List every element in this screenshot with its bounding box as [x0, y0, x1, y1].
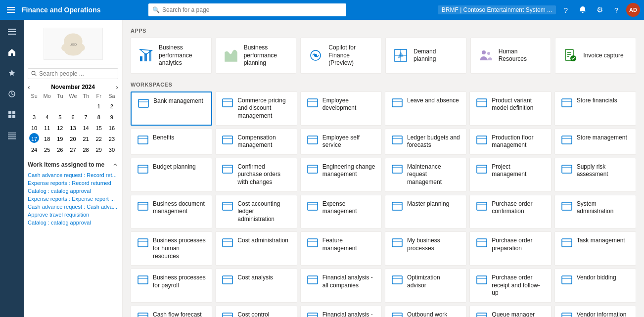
calendar-day[interactable]: 5	[55, 111, 65, 121]
workspace-card[interactable]: Compensation management	[215, 129, 297, 155]
workspace-card[interactable]: Supply risk assessment	[554, 158, 636, 192]
work-item[interactable]: Approve travel requisition	[28, 211, 118, 219]
workspace-card[interactable]: Store financials	[554, 91, 636, 126]
calendar-day[interactable]: 27	[68, 144, 78, 154]
work-item[interactable]: Expense reports : Expense report ...	[28, 195, 118, 203]
workspace-card[interactable]: Cost analysis	[215, 269, 297, 303]
workspace-card[interactable]: Bank management	[131, 91, 212, 126]
sidebar-recent-icon[interactable]	[2, 84, 22, 104]
app-card[interactable]: Business performance analytics	[131, 38, 212, 74]
calendar-day[interactable]: 20	[68, 133, 78, 143]
calendar-day[interactable]: 22	[94, 133, 104, 143]
workspace-card[interactable]: My business processes	[385, 231, 466, 266]
calendar-day[interactable]: 14	[81, 122, 91, 132]
app-card[interactable]: Business performance planning	[216, 38, 297, 74]
calendar-day[interactable]: 15	[94, 122, 104, 132]
workspace-card[interactable]: Purchase order preparation	[469, 231, 551, 266]
workspace-card[interactable]: Cost accounting ledger administration	[215, 195, 297, 229]
calendar-day[interactable]: 11	[42, 122, 52, 132]
calendar-day[interactable]: 21	[81, 133, 91, 143]
calendar-day[interactable]: 29	[94, 144, 104, 154]
calendar-day[interactable]: 19	[55, 133, 65, 143]
workspace-card[interactable]: Queue manager	[469, 306, 551, 317]
workspace-card[interactable]: Product variant model definition	[469, 91, 551, 126]
calendar-day[interactable]: 24	[29, 144, 39, 154]
workspace-card[interactable]: Feature management	[300, 231, 382, 266]
help-icon[interactable]: ?	[559, 3, 573, 17]
user-avatar[interactable]: AD	[626, 3, 640, 17]
workspace-card[interactable]: Budget planning	[131, 158, 212, 192]
workspace-card[interactable]: Engineering change management	[300, 158, 382, 192]
calendar-day[interactable]: 10	[29, 122, 39, 132]
workspace-card[interactable]: System administration	[554, 195, 636, 229]
sidebar-favorites-icon[interactable]	[2, 63, 22, 83]
work-items-collapse-icon[interactable]	[112, 162, 118, 168]
sidebar-home-icon[interactable]	[2, 43, 22, 62]
app-card[interactable]: Demand planning	[385, 38, 466, 74]
workspace-card[interactable]: Purchase order receipt and follow-up	[469, 269, 551, 303]
workspace-card[interactable]: Business document management	[131, 195, 212, 229]
workspace-card[interactable]: Task management	[554, 231, 636, 266]
app-card[interactable]: Invoice capture	[555, 38, 636, 74]
workspace-card[interactable]: Purchase order confirmation	[469, 195, 551, 229]
workspace-card[interactable]: Cost administration	[215, 231, 297, 266]
search-people[interactable]	[28, 68, 118, 79]
global-search[interactable]: 🔍	[148, 3, 346, 16]
work-item[interactable]: Expense reports : Record returned	[28, 179, 118, 187]
sidebar-workspaces-icon[interactable]	[2, 105, 22, 125]
calendar-day[interactable]: 13	[68, 122, 78, 132]
workspace-card[interactable]: Expense management	[300, 195, 382, 229]
calendar-day[interactable]: 30	[107, 144, 117, 154]
sidebar-modules-icon[interactable]	[2, 126, 22, 145]
app-card[interactable]: Human Resources	[470, 38, 552, 74]
workspace-card[interactable]: Master planning	[385, 195, 466, 229]
workspace-card[interactable]: Leave and absence	[385, 91, 466, 126]
calendar-day[interactable]: 18	[42, 133, 52, 143]
calendar-day[interactable]: 2	[107, 100, 117, 110]
workspace-card[interactable]: Commerce pricing and discount management	[215, 91, 297, 126]
settings-icon[interactable]: ⚙	[593, 3, 606, 17]
search-input[interactable]	[148, 3, 346, 16]
workspace-card[interactable]: Outbound work monitoring	[385, 306, 466, 317]
calendar-day[interactable]: 6	[68, 111, 78, 121]
calendar-day[interactable]: 17	[29, 133, 39, 143]
org-label[interactable]: BRMF | Contoso Entertainment System ...	[438, 5, 556, 14]
workspace-card[interactable]: Financial analysis - current company	[300, 306, 382, 317]
workspace-card[interactable]: Vendor bidding	[554, 269, 636, 303]
workspace-card[interactable]: Cash flow forecast	[131, 306, 212, 317]
workspace-card[interactable]: Confirmed purchase orders with changes	[215, 158, 297, 192]
workspace-card[interactable]: Business processes for payroll	[131, 269, 212, 303]
notifications-icon[interactable]	[576, 3, 590, 17]
calendar-day[interactable]: 8	[94, 111, 104, 121]
calendar-day[interactable]: 28	[81, 144, 91, 154]
calendar-day[interactable]: 23	[107, 133, 117, 143]
work-item[interactable]: Catalog : catalog approval	[28, 219, 118, 226]
calendar-day[interactable]: 12	[55, 122, 65, 132]
workspace-card[interactable]: Business processes for human resources	[131, 231, 212, 266]
calendar-day[interactable]: 25	[42, 144, 52, 154]
calendar-day[interactable]: 4	[42, 111, 52, 121]
workspace-card[interactable]: Maintenance request management	[385, 158, 466, 192]
calendar-day[interactable]: 1	[94, 100, 104, 110]
app-card[interactable]: Copilot for Finance (Preview)	[300, 38, 381, 74]
hamburger-menu-icon[interactable]	[4, 3, 18, 17]
workspace-card[interactable]: Optimization advisor	[385, 269, 466, 303]
workspace-card[interactable]: Employee self service	[300, 129, 382, 155]
work-item[interactable]: Cash advance request : Record ret...	[28, 171, 118, 179]
workspace-card[interactable]: Ledger budgets and forecasts	[385, 129, 466, 155]
calendar-day[interactable]: 16	[107, 122, 117, 132]
workspace-card[interactable]: Store management	[554, 129, 636, 155]
sidebar-menu-icon[interactable]	[2, 22, 22, 42]
calendar-day[interactable]: 3	[29, 111, 39, 121]
workspace-card[interactable]: Vendor information	[554, 306, 636, 317]
workspace-card[interactable]: Cost control	[215, 306, 297, 317]
question-icon[interactable]: ?	[609, 3, 623, 17]
calendar-day[interactable]: 9	[107, 111, 117, 121]
calendar-next-button[interactable]: ›	[116, 83, 118, 91]
calendar-day[interactable]: 7	[81, 111, 91, 121]
workspace-card[interactable]: Employee development	[300, 91, 382, 126]
calendar-prev-button[interactable]: ‹	[28, 83, 30, 91]
workspace-card[interactable]: Financial analysis - all companies	[300, 269, 382, 303]
workspace-card[interactable]: Benefits	[131, 129, 212, 155]
work-item[interactable]: Cash advance request : Cash adva...	[28, 203, 118, 211]
